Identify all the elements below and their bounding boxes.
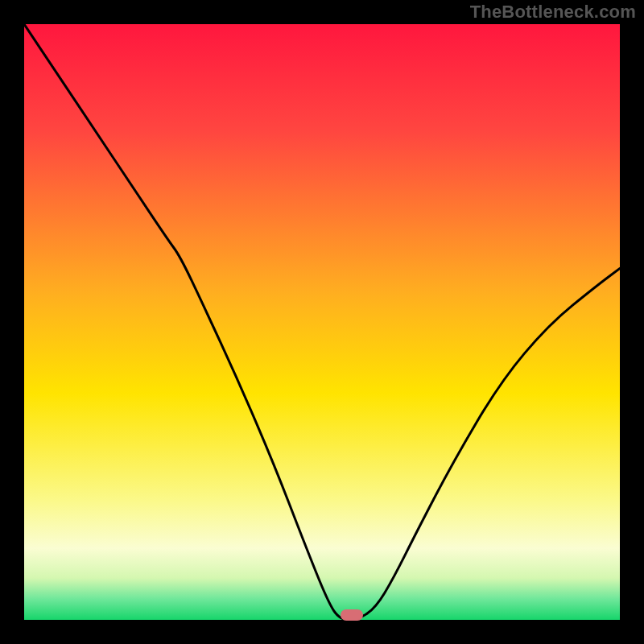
chart-frame: TheBottleneck.com xyxy=(0,0,644,644)
optimal-point-marker xyxy=(341,609,363,621)
plot-area xyxy=(24,24,620,620)
plot-svg xyxy=(24,24,620,620)
watermark-text: TheBottleneck.com xyxy=(470,2,636,23)
gradient-background xyxy=(24,24,620,620)
